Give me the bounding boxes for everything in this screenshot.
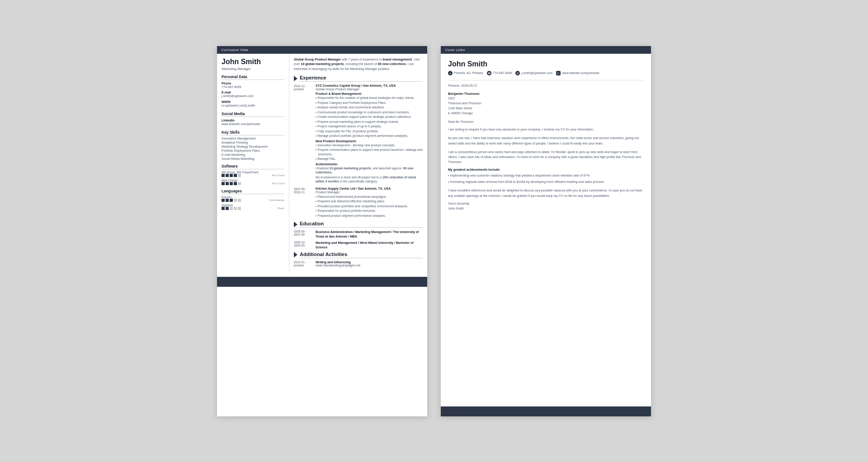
software-item: Mail Chimp Very Good	[222, 179, 284, 185]
cl-company: Thomson and Thomson	[448, 101, 644, 106]
cl-email-item: @ j.smith@uptowork.com	[515, 71, 552, 75]
skill-dots	[222, 199, 241, 202]
exp-bullet: • Prepared and delivered effective marke…	[316, 199, 423, 204]
skill-item: Innovation Management	[222, 137, 284, 140]
dot-filled	[230, 174, 233, 177]
cl-linkedin: www.linkedin.com/johnsutw	[562, 71, 599, 75]
edu-degree: Business Administration / Marketing Mana…	[316, 230, 423, 239]
edu-date: 2000-10 -2004-05	[294, 241, 313, 250]
dot-filled	[230, 199, 233, 202]
exp-bullet: • Fully responsible for P&L of product p…	[316, 129, 423, 134]
cv-left-column: John Smith Marketing Manager Personal Da…	[217, 54, 289, 272]
dot-filled	[234, 174, 237, 177]
location-icon: ●	[448, 71, 453, 75]
exp-bullet: • Analyze market trends and recommend so…	[316, 105, 423, 110]
cl-achievements-title: My greatest achievements include:	[448, 168, 644, 171]
section-arrow-icon	[294, 76, 297, 81]
exp-date: 2010-12 -present	[294, 84, 313, 184]
cv-right-column: Global Group Product Manager with 7 year…	[289, 54, 427, 272]
exp-bullet: • Innovation development - develop new p…	[316, 143, 423, 148]
act-date: 2012-01 -present	[294, 261, 313, 267]
experience-section-title: Experience	[300, 75, 423, 82]
cv-document: Curriculum Vitae John Smith Marketing Ma…	[217, 46, 427, 416]
exp-entry-1: 2010-12 -present XYZ Cosmetics Capital G…	[294, 84, 423, 184]
exp-bullet: • Manage product portfolio (product segm…	[316, 134, 423, 138]
cl-address1: 1140 Main Street	[448, 106, 644, 111]
cl-achievement-bullet-2: • Increasing regional sales revenue from…	[448, 180, 644, 185]
dot-filled	[226, 174, 229, 177]
skill-bar-row: Very Good	[222, 182, 284, 185]
cv-key-skills-section: Key Skills	[222, 130, 284, 135]
skill-bar-row: Intermediate	[222, 199, 284, 202]
cl-paragraph-3: I am a conscientious person who works ha…	[448, 149, 644, 165]
edu-degree: Marketing and Management / West Miami Un…	[316, 241, 423, 250]
exp-bullet: • Create communication support plans for…	[316, 115, 423, 119]
cl-achievement-bullet-1: • Implementing new customer relations st…	[448, 173, 644, 178]
cl-header-label: Cover Letter	[445, 48, 466, 51]
education-section-title: Education	[300, 221, 423, 228]
cv-email-value: j.smith@uptowork.com	[222, 94, 284, 98]
skill-item: Social Media Marketing	[222, 157, 284, 160]
cv-linkedin-value: www.linkedin.com/johnsutw	[222, 122, 284, 126]
exp-bullet: • Prepare Category and Portfolio Deploym…	[316, 101, 423, 105]
cl-document: Cover Letter John Smith ● Phoenix, AZ, P…	[441, 46, 651, 416]
linkedin-icon: in	[556, 71, 561, 75]
exp-bullet: • Project management (teams of up to 5 p…	[316, 124, 423, 129]
cv-skills-list: Innovation Management Analytical Thinkin…	[222, 137, 284, 160]
cl-footer	[441, 406, 651, 416]
cv-software-section: Software	[222, 164, 284, 169]
cv-social-media-section: Social Media	[222, 112, 284, 117]
phone-icon: ☎	[487, 71, 491, 75]
skill-dots	[222, 207, 241, 210]
cl-paragraph-1: I am writing to enquire if you have any …	[448, 127, 644, 132]
documents-container: Curriculum Vitae John Smith Marketing Ma…	[217, 46, 651, 416]
skill-bar-row: Very Good	[222, 174, 284, 177]
cl-header-bar: Cover Letter	[441, 46, 651, 54]
cl-recipient: Benjamin Thomson CEO Thomson and Thomson…	[448, 92, 644, 116]
exp-subsection: Product & Brand Management:	[316, 92, 423, 95]
dot-filled	[226, 199, 229, 202]
dot-empty	[238, 207, 241, 210]
dot-filled	[234, 182, 237, 185]
cl-name: John Smith	[448, 60, 644, 68]
software-name: Mail Chimp	[222, 179, 284, 182]
exp-subsection: Achievements:	[316, 163, 423, 166]
cl-signature: John Smith	[448, 207, 644, 210]
edu-date: 2005-09 -2007-05	[294, 230, 313, 239]
cl-location-item: ● Phoenix, AZ, Phoenix	[448, 71, 483, 75]
cl-body: John Smith ● Phoenix, AZ, Phoenix ☎ 774-…	[441, 54, 651, 215]
cl-linkedin-item: in www.linkedin.com/johnsutw	[556, 71, 599, 75]
dot-filled	[226, 207, 229, 210]
cl-phone-item: ☎ 774-987-4009	[487, 71, 512, 75]
cl-address2: IL 60605 Chicago	[448, 111, 644, 116]
cv-email-label: E-mail	[222, 91, 284, 94]
lang-name: French	[222, 196, 284, 199]
cv-footer	[217, 277, 427, 287]
skill-dots	[222, 174, 241, 177]
cv-top: John Smith Marketing Manager Personal Da…	[217, 54, 427, 272]
cl-paragraph-2: As you can see, I have had extensive vac…	[448, 135, 644, 145]
act-entry-1: 2012-01 -present Writing and Influencing…	[294, 261, 423, 267]
exp-content: XYZ Cosmetics Capital Group / San Antoni…	[316, 84, 423, 184]
edu-entry-1: 2005-09 -2007-05 Business Administration…	[294, 230, 423, 239]
cl-closing-paragraph: I have excellent references and would be…	[448, 188, 644, 198]
dot-empty	[238, 174, 241, 177]
exp-content: Kitchen Supply Center Ltd / San Antonio,…	[316, 187, 423, 219]
dot-filled	[222, 182, 225, 185]
exp-subsection: New Product Development:	[316, 140, 423, 143]
exp-bullet: • Communicate product knowledge to custo…	[316, 110, 423, 115]
skill-bar-row: Basic	[222, 207, 284, 210]
skill-item: Marketing Strategy Development	[222, 145, 284, 148]
cv-phone-value: 774-987-4009	[222, 85, 284, 89]
exp-role: Product Manager	[316, 191, 423, 194]
cv-name: John Smith	[222, 57, 284, 66]
edu-content: Business Administration / Marketing Mana…	[316, 230, 423, 239]
dot-empty	[234, 199, 237, 202]
lang-name: Spanish	[222, 204, 284, 207]
cv-header-bar: Curriculum Vitae	[217, 46, 427, 54]
section-arrow-icon	[294, 252, 297, 257]
skill-level: Very Good	[272, 182, 284, 185]
exp-company: Kitchen Supply Center Ltd / San Antonio,…	[316, 187, 423, 190]
dot-empty	[238, 182, 241, 185]
act-url: www.mymarketingcampaigns.me	[316, 264, 423, 267]
